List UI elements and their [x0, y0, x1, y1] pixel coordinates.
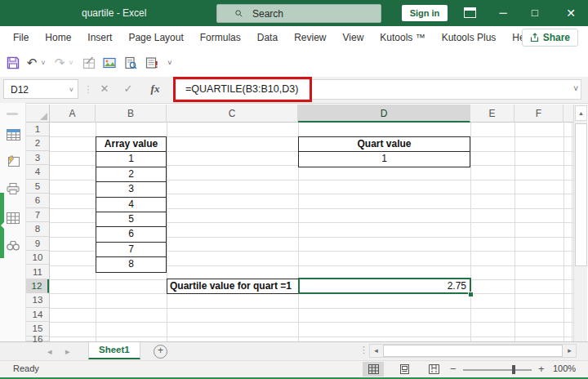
share-button[interactable]: Share — [522, 29, 578, 47]
row-header-16[interactable]: 16 — [26, 337, 49, 341]
row-header-6[interactable]: 6 — [26, 194, 49, 207]
horizontal-scrollbar[interactable]: ◂ ▸ — [369, 344, 577, 358]
column-header-e[interactable]: E — [470, 105, 514, 123]
minimize-button[interactable]: ─ — [491, 0, 515, 26]
ribbon-tab-page-layout[interactable]: Page Layout — [120, 26, 191, 49]
column-header-d[interactable]: D — [298, 105, 470, 123]
row-header-1[interactable]: 1 — [26, 123, 49, 136]
new-sheet-button[interactable]: + — [154, 345, 167, 359]
page-layout-view-button[interactable] — [394, 362, 415, 377]
cancel-button[interactable]: ✕ — [96, 79, 113, 99]
customize-qat-icon[interactable]: ˅ — [165, 49, 175, 77]
ribbon-tab-insert[interactable]: Insert — [79, 26, 120, 49]
column-header-a[interactable]: A — [50, 105, 96, 123]
tab-splitter-icon[interactable]: ⋮ — [359, 345, 368, 355]
sidebar-handle[interactable] — [7, 113, 18, 115]
enter-button[interactable]: ✓ — [120, 79, 136, 99]
selected-cell-d12[interactable]: 2.75 — [298, 278, 471, 294]
array-value-cell-b4[interactable]: 2 — [96, 167, 166, 181]
row-header-14[interactable]: 14 — [26, 308, 49, 322]
array-value-cell-b10[interactable]: 8 — [96, 256, 166, 271]
draw-table-button[interactable] — [80, 49, 98, 77]
formula-bar-splitter-icon[interactable]: ⋮ — [80, 79, 96, 99]
quart-value-table[interactable]: Quart value 1 — [298, 136, 470, 167]
array-value-cell-b3[interactable]: 1 — [96, 151, 166, 166]
maximize-button[interactable]: □ — [523, 0, 547, 26]
ribbon-tab-home[interactable]: Home — [37, 26, 79, 49]
name-box-dropdown-icon[interactable]: ˅ — [69, 80, 74, 100]
insert-function-button[interactable]: fx — [147, 79, 163, 99]
row-header-11[interactable]: 11 — [26, 265, 49, 279]
row-header-9[interactable]: 9 — [26, 237, 49, 251]
ribbon-tab-kutools[interactable]: Kutools ™ — [372, 26, 433, 49]
column-header-f[interactable]: F — [514, 105, 564, 123]
horizontal-scrollbar-thumb[interactable] — [383, 345, 563, 357]
ribbon-tab-file[interactable]: File — [5, 26, 37, 49]
save-button[interactable] — [5, 49, 21, 77]
print-pane-button[interactable] — [5, 181, 21, 196]
ribbon-tab-formulas[interactable]: Formulas — [192, 26, 249, 49]
undo-button[interactable]: ↶ — [24, 49, 39, 77]
scroll-right-icon[interactable]: ▸ — [564, 345, 576, 357]
print-preview-button[interactable] — [122, 49, 140, 77]
sheet-tab-sheet1[interactable]: Sheet1 — [88, 342, 140, 359]
row-header-5[interactable]: 5 — [26, 180, 49, 194]
column-header-c[interactable]: C — [167, 105, 298, 123]
search-input[interactable] — [251, 7, 381, 20]
navigation-pane-button[interactable] — [5, 154, 21, 168]
row-header-2[interactable]: 2 — [26, 136, 49, 150]
row-header-7[interactable]: 7 — [26, 208, 49, 222]
result-label-cell[interactable]: Quartile value for quart =1 — [167, 279, 299, 294]
scroll-up-icon[interactable]: ▲ — [575, 105, 587, 121]
next-sheet-icon[interactable]: ▸ — [65, 346, 70, 357]
worksheets-pane-button[interactable] — [5, 127, 21, 142]
normal-view-button[interactable] — [363, 362, 384, 377]
array-value-table[interactable]: Array value12345678 — [96, 136, 167, 273]
array-value-cell-b6[interactable]: 4 — [96, 197, 166, 212]
zoom-slider-track[interactable] — [463, 369, 532, 371]
expand-formula-bar-icon[interactable]: ˅ — [573, 84, 578, 93]
close-button[interactable]: ✕ — [559, 0, 583, 26]
find-pane-button[interactable] — [5, 238, 21, 252]
row-header-12[interactable]: 12 — [26, 279, 49, 293]
array-value-cell-b5[interactable]: 3 — [96, 181, 166, 196]
fill-handle[interactable] — [468, 292, 474, 297]
name-box[interactable]: D12 ˅ — [3, 79, 78, 99]
scroll-left-icon[interactable]: ◂ — [370, 345, 382, 357]
redo-button[interactable]: ↷ — [52, 49, 67, 77]
quart-value-cell[interactable]: 1 — [299, 151, 470, 166]
zoom-in-button[interactable]: + — [538, 363, 545, 375]
row-header-8[interactable]: 8 — [26, 222, 49, 236]
search-box[interactable] — [216, 4, 381, 23]
redo-dropdown-icon[interactable]: ˅ — [67, 49, 75, 77]
form-button[interactable]: ! — [143, 49, 161, 77]
array-value-header-cell[interactable]: Array value — [96, 137, 166, 151]
ribbon-tab-kutools-plus[interactable]: Kutools Plus — [434, 26, 505, 49]
array-value-cell-b7[interactable]: 5 — [96, 212, 166, 226]
page-break-preview-button[interactable] — [423, 362, 444, 377]
ribbon-tab-data[interactable]: Data — [249, 26, 286, 49]
ribbon-tab-view[interactable]: View — [335, 26, 372, 49]
row-header-4[interactable]: 4 — [26, 165, 49, 179]
collapsed-pane-toggle[interactable] — [0, 193, 4, 258]
undo-dropdown-icon[interactable]: ˅ — [39, 49, 47, 77]
zoom-level[interactable]: 100% — [553, 363, 576, 373]
vertical-scrollbar-thumb[interactable] — [575, 123, 587, 266]
select-all-button[interactable] — [26, 105, 50, 123]
previous-sheet-icon[interactable]: ◂ — [47, 346, 52, 357]
ribbon-tab-review[interactable]: Review — [286, 26, 334, 49]
quart-value-header-cell[interactable]: Quart value — [299, 137, 470, 151]
ribbon-display-options-icon[interactable] — [457, 0, 482, 26]
array-value-cell-b9[interactable]: 7 — [96, 242, 166, 256]
zoom-slider-thumb[interactable] — [512, 365, 515, 374]
sign-in-button[interactable]: Sign in — [402, 5, 448, 21]
formula-input[interactable]: =QUARTILE(B3:B10,D3) — [173, 79, 581, 100]
row-header-10[interactable]: 10 — [26, 251, 49, 265]
vertical-scrollbar[interactable]: ▲ — [573, 105, 587, 341]
row-header-3[interactable]: 3 — [26, 151, 49, 165]
zoom-out-button[interactable]: − — [450, 363, 457, 375]
insert-picture-button[interactable] — [100, 49, 118, 77]
grid-pane-button[interactable] — [5, 211, 21, 225]
row-header-13[interactable]: 13 — [26, 293, 49, 307]
column-header-b[interactable]: B — [96, 105, 167, 123]
